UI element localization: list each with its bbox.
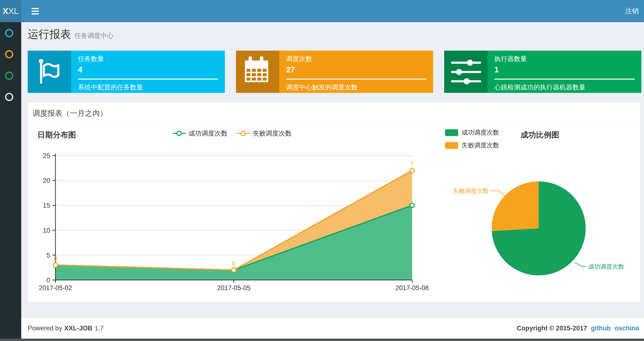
sidebar-item-2-circle-icon[interactable] xyxy=(5,50,13,58)
pie-chart-title: 成功比例图 xyxy=(520,130,559,140)
y-tick-label: 25 xyxy=(43,152,50,159)
product-version: 1.7 xyxy=(95,324,104,332)
oschina-link[interactable]: oschina xyxy=(614,324,639,332)
fail-line xyxy=(56,171,412,270)
success-area xyxy=(56,205,412,280)
sidebar-item-3-circle-icon[interactable] xyxy=(5,72,13,80)
success-slice-label: 成功调度次数 xyxy=(588,263,624,270)
legend-label: 成功调度次数 xyxy=(462,128,499,137)
x-tick-label: 2017-05-05 xyxy=(217,284,250,291)
info-box-content: 任务数量 4 系统中配置的任务数量 xyxy=(71,51,225,93)
sidebar xyxy=(0,22,21,341)
info-box-trigger-count: 调度次数 27 调度中心触发的调度次数 xyxy=(236,51,433,93)
legend-label: 失败调度次数 xyxy=(462,141,499,150)
logout-button[interactable]: 注销 xyxy=(625,0,639,22)
legend-label: 成功调度次数 xyxy=(188,129,228,138)
legend-line-circle-icon xyxy=(172,131,186,136)
sliders-icon xyxy=(444,51,488,93)
info-box-label: 执行器数量 xyxy=(494,55,634,63)
x-tick-label: 2017-05-08 xyxy=(396,284,429,291)
line-chart-legend: 成功调度次数失败调度次数 xyxy=(172,129,292,138)
progress-line xyxy=(494,79,634,80)
y-tick-label: 5 xyxy=(46,252,50,259)
x-tick-label: 2017-05-02 xyxy=(39,284,72,291)
info-box-task-count: 任务数量 4 系统中配置的任务数量 xyxy=(28,51,225,93)
info-box-value: 27 xyxy=(286,65,426,74)
info-box-value: 4 xyxy=(78,65,218,74)
info-box-content: 调度次数 27 调度中心触发的调度次数 xyxy=(279,51,433,93)
info-box-executor-count: 执行器数量 1 心跳检测成功的执行器机器数量 xyxy=(444,51,641,93)
hamburger-menu-icon xyxy=(32,11,39,12)
line-chart-title: 日期分布图 xyxy=(37,130,76,140)
line-legend-item-success[interactable]: 成功调度次数 xyxy=(172,129,228,138)
top-navbar: XXL 注销 xyxy=(0,0,644,22)
progress-line xyxy=(286,79,426,80)
fail-point-marker xyxy=(232,268,236,272)
logo-text: XL xyxy=(8,6,18,16)
info-box-label: 任务数量 xyxy=(78,55,218,63)
fail-slice-label: 失败调度次数 xyxy=(453,187,489,194)
legend-swatch-icon xyxy=(445,129,458,136)
success-point-marker xyxy=(232,268,236,272)
page-subtitle: 任务调度中心 xyxy=(74,32,114,39)
progress-line xyxy=(78,79,218,80)
flag-icon xyxy=(28,51,71,93)
line-legend-item-fail[interactable]: 失败调度次数 xyxy=(237,129,292,138)
fail-area xyxy=(56,171,412,270)
legend-swatch-icon xyxy=(445,142,458,149)
github-link[interactable]: github xyxy=(591,324,611,332)
success-point-marker xyxy=(410,203,414,207)
sidebar-item-4-circle-icon[interactable] xyxy=(5,93,13,101)
product-name: XXL-JOB xyxy=(64,324,92,332)
sidebar-toggle-button[interactable] xyxy=(28,0,42,22)
info-box-description: 系统中配置的任务数量 xyxy=(78,83,218,92)
fail-point-marker xyxy=(53,263,58,267)
pie-legend-item-success[interactable]: 成功调度次数 xyxy=(445,128,499,137)
footer: Powered by XXL-JOB 1.7 Copyright © 2015-… xyxy=(21,317,644,338)
info-box-content: 执行器数量 1 心跳检测成功的执行器机器数量 xyxy=(488,51,641,93)
copyright: Copyright © 2015-2017 github oschina xyxy=(517,324,639,332)
report-panel: 调度报表（一月之内） 日期分布图 成功调度次数失败调度次数 成功调度次数失败调度… xyxy=(28,103,640,302)
legend-line-circle-icon xyxy=(237,131,250,136)
info-box-description: 心跳检测成功的执行器机器数量 xyxy=(494,83,634,92)
logo-text-bold: X xyxy=(3,6,8,16)
panel-title: 调度报表（一月之内） xyxy=(32,108,107,118)
calendar-icon xyxy=(236,51,279,93)
xxl-job-dashboard: XXL 注销 运行报表任务调度中心 任务数量 4 xyxy=(0,0,644,341)
success-slice-label-line xyxy=(574,262,586,266)
app-logo[interactable]: XXL xyxy=(0,0,21,22)
pie-legend-item-fail[interactable]: 失败调度次数 xyxy=(445,141,499,150)
powered-by: Powered by XXL-JOB 1.7 xyxy=(28,324,104,332)
info-box-value: 1 xyxy=(494,65,634,74)
hamburger-menu-icon xyxy=(32,13,39,15)
success-line xyxy=(56,205,412,270)
hamburger-menu-icon xyxy=(32,8,39,9)
info-box-label: 调度次数 xyxy=(286,55,426,63)
page-title: 运行报表任务调度中心 xyxy=(28,27,114,42)
success-ratio-pie xyxy=(492,181,586,275)
powered-by-text: Powered by xyxy=(28,324,62,332)
fail-point-label: 0 xyxy=(232,260,236,267)
y-tick-label: 0 xyxy=(46,277,50,284)
fail-point-label: 7 xyxy=(410,160,414,168)
fail-slice-label-line xyxy=(491,191,505,196)
success-point-marker xyxy=(53,263,58,267)
y-tick-label: 10 xyxy=(43,227,50,234)
fail-point-label: 0 xyxy=(54,255,57,262)
fail-point-marker xyxy=(410,168,414,173)
y-tick-label: 15 xyxy=(43,202,50,209)
pie-chart-legend: 成功调度次数失败调度次数 xyxy=(445,128,499,150)
sidebar-item-1-circle-icon[interactable] xyxy=(5,29,13,37)
y-tick-label: 20 xyxy=(43,177,50,184)
copyright-text: Copyright © 2015-2017 xyxy=(517,324,587,332)
legend-label: 失败调度次数 xyxy=(252,129,292,138)
panel-divider xyxy=(28,123,640,124)
info-box-description: 调度中心触发的调度次数 xyxy=(286,83,426,92)
page-title-text: 运行报表 xyxy=(28,28,71,40)
window-bottom-edge xyxy=(0,338,644,341)
